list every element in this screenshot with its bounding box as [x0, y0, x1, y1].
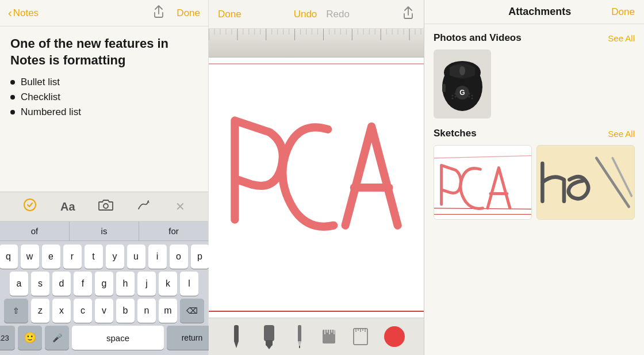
key-p[interactable]: p [191, 245, 209, 269]
svg-marker-42 [234, 341, 239, 348]
shift-key[interactable]: ⇧ [4, 299, 28, 323]
list-item: Bullet list [10, 77, 198, 88]
svg-point-64 [459, 66, 465, 75]
list-item: Checklist [10, 91, 198, 103]
key-u[interactable]: u [127, 245, 145, 269]
key-d[interactable]: d [52, 272, 71, 296]
back-button[interactable]: ‹ Notes [8, 6, 39, 20]
mic-key[interactable]: 🎤 [45, 326, 69, 350]
key-a[interactable]: a [10, 272, 28, 296]
back-chevron-icon: ‹ [8, 6, 12, 20]
key-j[interactable]: j [137, 272, 156, 296]
svg-point-75 [469, 96, 470, 98]
redo-button: Redo [326, 9, 350, 20]
delete-key[interactable]: ⌫ [180, 299, 204, 323]
key-e[interactable]: e [42, 245, 60, 269]
key-g[interactable]: g [95, 272, 113, 296]
key-s[interactable]: s [31, 272, 49, 296]
header-icons: Done [152, 5, 200, 21]
svg-point-0 [24, 199, 36, 211]
space-key[interactable]: space [72, 326, 164, 350]
middle-panel: Done Undo Redo [209, 0, 424, 355]
done-button-left[interactable]: Done [177, 7, 200, 19]
list-item: Numbered list [10, 106, 198, 118]
photos-section-title: Photos and Videos [434, 32, 522, 44]
key-h[interactable]: h [116, 272, 135, 296]
close-icon[interactable]: ✕ [175, 200, 185, 213]
autocomplete-word[interactable]: of [0, 222, 70, 241]
svg-point-69 [455, 93, 457, 95]
font-icon[interactable]: Aa [60, 200, 75, 213]
done-button-middle[interactable]: Done [218, 9, 241, 20]
photos-section: Photos and Videos See All [424, 24, 644, 128]
key-y[interactable]: y [106, 245, 124, 269]
svg-point-71 [455, 96, 457, 98]
svg-rect-2 [209, 29, 424, 58]
sketches-section-header: Sketches See All [434, 128, 635, 139]
autocomplete-bar: of is for [0, 222, 208, 241]
ruler [209, 29, 424, 58]
thick-marker-tool[interactable] [260, 324, 278, 349]
emoji-key[interactable]: 🙂 [18, 326, 42, 350]
svg-rect-49 [323, 330, 335, 343]
marker-tool[interactable] [228, 324, 244, 349]
key-row-3: ⇧ z x c v b n m ⌫ [2, 299, 206, 323]
svg-point-70 [452, 98, 454, 100]
key-f[interactable]: f [74, 272, 92, 296]
drawing-icon[interactable] [137, 199, 152, 215]
key-k[interactable]: k [159, 272, 177, 296]
ruler-tool[interactable] [321, 324, 337, 349]
see-all-photos[interactable]: See All [608, 33, 635, 43]
list-item-text: Bullet list [21, 77, 60, 88]
numbers-key[interactable]: 123 [0, 326, 15, 350]
sketches-section: Sketches See All [424, 128, 644, 220]
color-picker-red[interactable] [384, 326, 405, 347]
autocomplete-word[interactable]: is [70, 222, 139, 241]
key-b[interactable]: b [116, 299, 135, 323]
note-title: One of the new features in Notes is form… [10, 36, 198, 68]
key-t[interactable]: t [85, 245, 103, 269]
key-row-1: q w e r t y u i o p [2, 245, 206, 269]
right-panel: Attachments Done Photos and Videos See A… [424, 0, 644, 355]
bullet-list: Bullet list Checklist Numbered list [10, 77, 198, 118]
middle-header: Done Undo Redo [209, 0, 424, 29]
ruler-svg [209, 29, 424, 58]
key-x[interactable]: x [52, 299, 71, 323]
mouse-image: G [436, 52, 488, 116]
photo-thumbnail[interactable]: G [434, 49, 491, 119]
key-row-4: 123 🙂 🎤 space return [2, 326, 206, 350]
autocomplete-word[interactable]: for [139, 222, 208, 241]
svg-marker-45 [266, 345, 273, 349]
key-l[interactable]: l [180, 272, 198, 296]
key-n[interactable]: n [137, 299, 156, 323]
sketch-thumbnail-2[interactable] [536, 145, 635, 220]
sketch-thumbnail-1[interactable] [434, 145, 532, 220]
sketch-canvas [209, 29, 424, 318]
key-i[interactable]: i [148, 245, 167, 269]
done-button-right[interactable]: Done [611, 6, 635, 18]
undo-button[interactable]: Undo [294, 9, 317, 20]
svg-rect-76 [434, 151, 531, 214]
key-c[interactable]: c [74, 299, 92, 323]
key-z[interactable]: z [31, 299, 49, 323]
share-icon[interactable] [152, 5, 165, 21]
pencil-tool[interactable] [294, 324, 305, 349]
sketch-preview-pca [434, 146, 531, 219]
svg-point-68 [452, 95, 454, 97]
undo-redo-group: Undo Redo [294, 9, 350, 20]
key-r[interactable]: r [63, 245, 82, 269]
key-m[interactable]: m [159, 299, 177, 323]
see-all-sketches[interactable]: See All [608, 129, 635, 139]
camera-icon[interactable] [98, 199, 113, 215]
share-icon-middle[interactable] [402, 6, 415, 22]
svg-point-1 [103, 204, 108, 208]
size-tool[interactable] [352, 324, 369, 349]
checklist-icon[interactable] [23, 198, 37, 215]
sketches-section-title: Sketches [434, 128, 477, 139]
key-v[interactable]: v [95, 299, 113, 323]
list-item-text: Checklist [21, 91, 60, 103]
key-o[interactable]: o [170, 245, 188, 269]
key-q[interactable]: q [0, 245, 18, 269]
back-label: Notes [13, 7, 39, 19]
key-w[interactable]: w [21, 245, 39, 269]
